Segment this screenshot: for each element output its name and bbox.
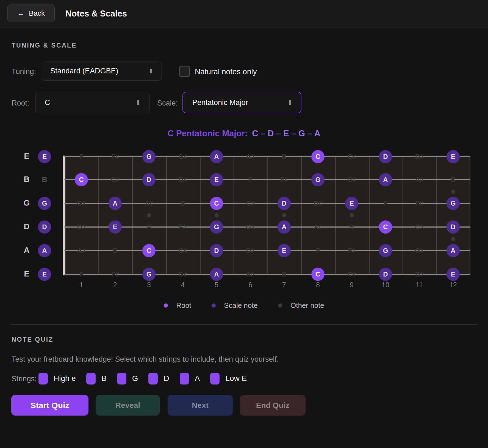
string-option-label: A [195, 374, 200, 383]
next-button[interactable]: Next [168, 395, 233, 416]
inlay-dot [350, 213, 354, 217]
other-note-label: A# [138, 199, 160, 208]
fret-number: 11 [408, 281, 430, 289]
end-quiz-button[interactable]: End Quiz [240, 395, 306, 416]
nut [63, 156, 65, 275]
scale-note-marker: G [142, 268, 156, 281]
other-note-label: B [273, 153, 295, 161]
scale-note-marker: G [311, 173, 325, 186]
other-note-label: B [442, 176, 464, 184]
other-note-label: C# [172, 247, 194, 255]
fret-number: 5 [206, 281, 228, 289]
scale-note-marker: D [210, 244, 223, 257]
other-note-label: C# [239, 199, 261, 208]
other-note-label: F# [408, 199, 430, 208]
scale-note-marker: E [210, 173, 223, 186]
other-note-label: G# [172, 270, 194, 278]
legend-item: Scale note [212, 301, 258, 310]
legend-item: Root [164, 301, 191, 310]
string-option-label: Low E [225, 374, 247, 383]
other-note-label: F# [273, 176, 295, 184]
fret-wire [234, 156, 234, 275]
string-option: High e [38, 373, 76, 385]
other-note-label: G# [341, 176, 363, 184]
fret-wire [369, 156, 370, 275]
string-checkbox[interactable] [117, 373, 126, 385]
fret-number: 9 [341, 281, 363, 289]
string-name-label: A [16, 246, 38, 255]
open-note-marker: G [38, 197, 51, 210]
root-legend-dot [164, 303, 168, 308]
fret-wire [470, 156, 470, 275]
reveal-button[interactable]: Reveal [96, 395, 160, 416]
scale-note-marker: A [109, 197, 122, 210]
other-note-label: F [375, 199, 397, 208]
other-note-label: F [307, 247, 329, 255]
other-note-label: D# [307, 199, 329, 208]
string-option-label: High e [54, 374, 76, 383]
string-option: A [180, 373, 200, 385]
section-divider [12, 324, 476, 325]
legend-item: Other note [278, 301, 324, 310]
notes-scales-screen: ← Back Notes & Scales TUNING & SCALE Tun… [0, 0, 488, 448]
scale-note-marker: G [447, 197, 460, 210]
inlay-dot [451, 237, 455, 241]
fret-wire [301, 156, 302, 275]
root-note-marker: C [210, 197, 223, 210]
scale-note-marker: A [278, 220, 291, 234]
scale-note-marker: E [345, 197, 358, 210]
start-quiz-button[interactable]: Start Quiz [11, 395, 88, 416]
open-note-marker: E [38, 268, 51, 281]
scale-note-marker: E [278, 244, 291, 257]
fret-wire [132, 156, 133, 275]
scale-note-marker: E [109, 220, 122, 234]
scale-note-marker: D [142, 173, 156, 186]
other-note-label: B [172, 199, 194, 208]
scale-note-marker: G [379, 244, 392, 257]
scale-note-marker: G [210, 220, 223, 234]
scale-note-marker: E [447, 268, 460, 281]
fret-number: 2 [104, 281, 126, 289]
string-options-group: High eBGDALow E [38, 372, 247, 385]
scale-note-marker: A [379, 173, 392, 186]
legend-label: Root [176, 301, 191, 310]
fret-wire [166, 156, 167, 275]
string-checkbox[interactable] [210, 373, 220, 385]
string-checkbox[interactable] [148, 373, 158, 385]
other-note-label: B [104, 247, 126, 255]
string-checkbox[interactable] [86, 373, 96, 385]
other-note-label: F# [172, 223, 194, 231]
other-note-label: D# [408, 270, 430, 278]
other-note-label: F [70, 153, 92, 161]
other-note-label: D# [408, 153, 430, 161]
other-note-label: C# [341, 153, 363, 161]
scale-note-marker: A [447, 244, 460, 257]
other-legend-dot [278, 303, 282, 308]
scale-note-marker: G [142, 150, 156, 163]
other-note-label: B [273, 270, 295, 278]
string-checkbox[interactable] [180, 373, 189, 385]
other-note-label: A# [307, 223, 329, 231]
other-note-label: D# [70, 223, 92, 231]
other-note-label: D# [172, 176, 194, 184]
other-note-label: G# [70, 199, 92, 208]
scale-note-marker: D [379, 268, 392, 281]
string-option-label: G [132, 374, 138, 383]
string-option-label: B [101, 374, 107, 383]
fret-number: 8 [307, 281, 329, 289]
quiz-description: Test your fretboard knowledge! Select wh… [12, 355, 279, 364]
string-checkbox[interactable] [38, 373, 48, 385]
scale-note-marker: E [447, 150, 460, 163]
fret-wire [200, 156, 201, 275]
scale-note-marker: A [210, 268, 223, 281]
other-note-label: F [70, 270, 92, 278]
inlay-dot [215, 213, 219, 217]
fret-wire [335, 156, 336, 275]
fret-number: 1 [70, 281, 92, 289]
string-option: B [86, 373, 107, 385]
string-option-label: D [163, 374, 169, 383]
other-note-label: A# [408, 176, 430, 184]
inlay-dot [282, 213, 286, 217]
scale-legend-dot [212, 303, 216, 308]
scale-note-marker: A [210, 150, 223, 163]
